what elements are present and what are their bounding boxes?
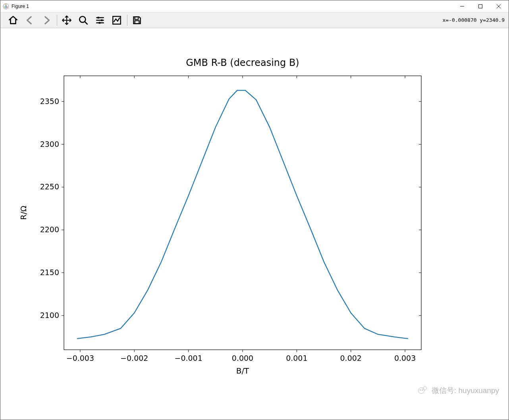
svg-point-3	[7, 6, 8, 8]
wechat-icon	[418, 386, 428, 395]
svg-text:2250: 2250	[40, 182, 59, 191]
figure-window: Figure 1	[0, 0, 509, 420]
app-icon	[3, 3, 9, 10]
svg-text:2150: 2150	[40, 268, 59, 277]
pan-button[interactable]	[60, 13, 74, 27]
svg-text:−0.001: −0.001	[174, 354, 202, 362]
home-button[interactable]	[6, 13, 20, 27]
svg-point-2	[4, 6, 6, 8]
svg-rect-12	[64, 76, 421, 350]
window-title: Figure 1	[12, 4, 29, 9]
svg-rect-7	[101, 19, 102, 21]
svg-text:0.000: 0.000	[232, 354, 253, 362]
svg-text:GMB R-B (decreasing B): GMB R-B (decreasing B)	[186, 57, 299, 68]
plot-canvas[interactable]: GMB R-B (decreasing B)−0.003−0.002−0.001…	[0, 28, 509, 420]
close-button[interactable]	[490, 0, 508, 12]
toolbar-separator	[127, 15, 127, 26]
svg-rect-10	[135, 17, 139, 19]
svg-text:2350: 2350	[40, 97, 59, 106]
svg-text:0.002: 0.002	[340, 354, 362, 362]
mpl-toolbar: x=-0.000870 y=2340.9	[0, 12, 509, 28]
svg-rect-8	[99, 22, 100, 23]
svg-text:R/Ω: R/Ω	[19, 206, 28, 220]
save-button[interactable]	[130, 13, 144, 27]
svg-point-1	[6, 4, 7, 5]
svg-text:0.001: 0.001	[286, 354, 307, 362]
watermark: 微信号: huyuxuanpy	[418, 385, 499, 396]
coord-readout: x=-0.000870 y=2340.9	[442, 17, 506, 23]
svg-text:2300: 2300	[40, 140, 59, 148]
axes-edit-button[interactable]	[110, 13, 124, 27]
titlebar: Figure 1	[0, 0, 509, 12]
back-button[interactable]	[23, 13, 37, 27]
chart-svg: GMB R-B (decreasing B)−0.003−0.002−0.001…	[0, 28, 509, 420]
svg-text:−0.003: −0.003	[66, 354, 94, 362]
subplots-config-button[interactable]	[93, 13, 107, 27]
svg-text:2200: 2200	[40, 225, 59, 234]
toolbar-separator	[57, 15, 57, 26]
svg-text:2100: 2100	[40, 311, 59, 320]
forward-button[interactable]	[39, 13, 54, 27]
svg-rect-6	[98, 17, 99, 18]
svg-text:0.003: 0.003	[394, 354, 416, 362]
svg-text:−0.002: −0.002	[120, 354, 148, 362]
svg-text:B/T: B/T	[236, 366, 249, 376]
minimize-button[interactable]	[453, 0, 471, 12]
watermark-text: 微信号: huyuxuanpy	[432, 385, 499, 396]
svg-rect-4	[479, 4, 482, 8]
maximize-button[interactable]	[471, 0, 490, 12]
zoom-button[interactable]	[76, 13, 91, 27]
